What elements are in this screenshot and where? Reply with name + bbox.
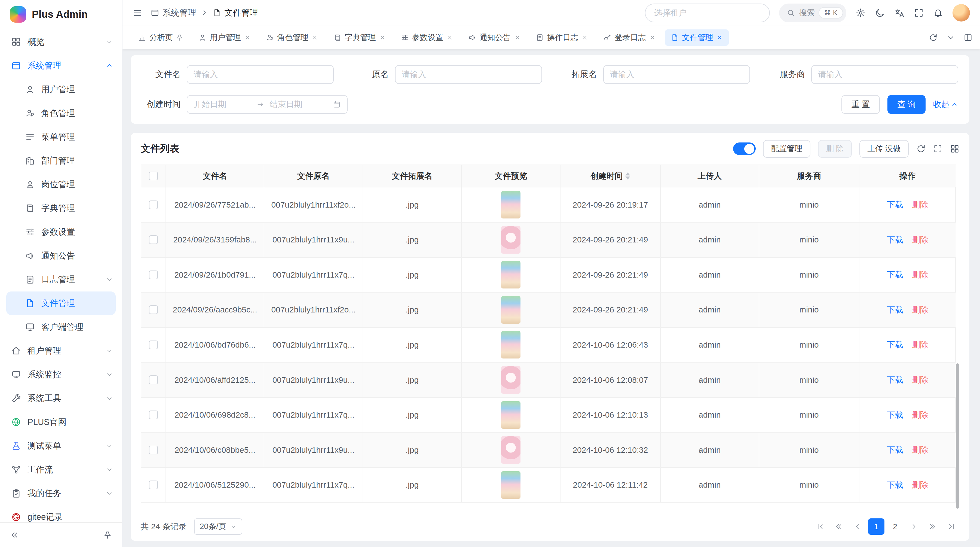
delete-link[interactable]: 删除: [912, 410, 928, 421]
collapse-filter-link[interactable]: 收起: [933, 99, 958, 110]
close-tab-icon[interactable]: [447, 34, 453, 41]
column-header-3[interactable]: 文件预览: [462, 165, 560, 188]
config-toggle[interactable]: [733, 142, 756, 155]
next-page-button[interactable]: [906, 518, 922, 535]
sidebar-item-logs[interactable]: 日志管理: [0, 268, 122, 292]
sort-desc-icon[interactable]: [625, 177, 630, 180]
reset-button[interactable]: 重 置: [842, 95, 880, 114]
file-preview-image[interactable]: [501, 226, 520, 254]
menu-toggle-icon[interactable]: [132, 8, 143, 18]
dark-mode-moon-icon[interactable]: [875, 8, 885, 18]
delete-link[interactable]: 删除: [912, 480, 928, 491]
sidebar-item-system[interactable]: 系统管理: [0, 54, 122, 77]
delete-button[interactable]: 删 除: [818, 140, 852, 158]
column-settings-icon[interactable]: [950, 144, 959, 153]
refresh-icon[interactable]: [916, 144, 926, 153]
tab-op-log[interactable]: 操作日志: [530, 29, 594, 46]
page-button-1[interactable]: 1: [868, 518, 885, 535]
row-checkbox[interactable]: [149, 446, 158, 455]
config-manage-button[interactable]: 配置管理: [763, 140, 810, 158]
ext-name-input[interactable]: [603, 65, 750, 84]
delete-link[interactable]: 删除: [912, 304, 928, 316]
column-header-7[interactable]: 操作: [859, 165, 956, 188]
table-fullscreen-icon[interactable]: [933, 144, 942, 153]
global-search[interactable]: 搜索 ⌘ K: [779, 3, 846, 22]
row-checkbox[interactable]: [149, 480, 158, 489]
delete-link[interactable]: 删除: [912, 339, 928, 350]
column-header-5[interactable]: 上传人: [661, 165, 759, 188]
breadcrumb-item-system[interactable]: 系统管理: [151, 7, 196, 19]
close-tab-icon[interactable]: [716, 34, 723, 41]
file-preview-image[interactable]: [501, 331, 520, 359]
tenant-select-input[interactable]: [645, 3, 770, 22]
file-preview-image[interactable]: [501, 471, 520, 499]
tab-roles[interactable]: 角色管理: [260, 29, 324, 46]
prev-pages-button[interactable]: [831, 518, 847, 535]
sidebar-item-notices[interactable]: 通知公告: [0, 244, 122, 268]
download-link[interactable]: 下载: [887, 234, 903, 246]
sidebar-item-test-menu[interactable]: 测试菜单: [0, 434, 122, 458]
user-avatar[interactable]: [953, 4, 970, 22]
sidebar-item-users[interactable]: 用户管理: [0, 78, 122, 101]
row-checkbox[interactable]: [149, 201, 158, 209]
close-tab-icon[interactable]: [312, 34, 318, 41]
download-link[interactable]: 下载: [887, 199, 903, 210]
file-preview-image[interactable]: [501, 296, 520, 324]
delete-link[interactable]: 删除: [912, 269, 928, 280]
download-link[interactable]: 下载: [887, 269, 903, 280]
chevron-down-icon[interactable]: [946, 33, 955, 42]
close-tab-icon[interactable]: [649, 34, 656, 41]
origin-name-input[interactable]: [395, 65, 542, 84]
notification-bell-icon[interactable]: [933, 8, 943, 18]
tab-notices[interactable]: 通知公告: [463, 29, 527, 46]
pin-sidebar-icon[interactable]: [103, 531, 112, 539]
download-link[interactable]: 下载: [887, 444, 903, 456]
file-preview-image[interactable]: [501, 401, 520, 429]
refresh-icon[interactable]: [929, 33, 937, 42]
sidebar-item-tenants[interactable]: 租户管理: [0, 339, 122, 363]
sidebar-item-clients[interactable]: 客户端管理: [0, 315, 122, 339]
provider-input[interactable]: [811, 65, 958, 84]
sidebar-item-tools[interactable]: 系统工具: [0, 386, 122, 410]
sidebar-item-my-tasks[interactable]: 我的任务: [0, 482, 122, 506]
delete-link[interactable]: 删除: [912, 199, 928, 210]
sidebar-item-posts[interactable]: 岗位管理: [0, 173, 122, 196]
sidebar-item-depts[interactable]: 部门管理: [0, 149, 122, 172]
sidebar-item-plus-site[interactable]: PLUS官网: [0, 410, 122, 434]
app-logo[interactable]: Plus Admin: [0, 0, 122, 29]
translate-icon[interactable]: [894, 8, 905, 18]
pin-icon[interactable]: [176, 34, 183, 41]
close-tab-icon[interactable]: [379, 34, 386, 41]
row-checkbox[interactable]: [149, 305, 158, 314]
tab-login-log[interactable]: 登录日志: [598, 29, 661, 46]
prev-page-button[interactable]: [850, 518, 865, 535]
file-preview-image[interactable]: [501, 366, 520, 394]
row-checkbox[interactable]: [149, 410, 158, 419]
download-link[interactable]: 下载: [887, 374, 903, 386]
row-checkbox[interactable]: [149, 235, 158, 244]
tab-users[interactable]: 用户管理: [193, 29, 256, 46]
sidebar-item-monitor[interactable]: 系统监控: [0, 363, 122, 386]
sort-asc-icon[interactable]: [625, 172, 630, 175]
download-link[interactable]: 下载: [887, 304, 903, 316]
column-header-6[interactable]: 服务商: [759, 165, 859, 188]
file-preview-image[interactable]: [501, 261, 520, 289]
sidebar-item-menus[interactable]: 菜单管理: [0, 125, 122, 149]
sidebar-item-workflow[interactable]: 工作流: [0, 458, 122, 482]
file-preview-image[interactable]: [501, 436, 520, 464]
column-header-0[interactable]: 文件名: [166, 165, 264, 188]
tab-analysis[interactable]: 分析页: [132, 29, 189, 46]
sidebar-item-dicts[interactable]: 字典管理: [0, 196, 122, 220]
tab-params[interactable]: 参数设置: [395, 29, 459, 46]
close-tab-icon[interactable]: [581, 34, 588, 41]
collapse-sidebar-icon[interactable]: [10, 531, 19, 539]
row-checkbox[interactable]: [149, 375, 158, 384]
next-pages-button[interactable]: [924, 518, 941, 535]
close-tab-icon[interactable]: [244, 34, 251, 41]
fullscreen-icon[interactable]: [914, 8, 924, 18]
file-name-input[interactable]: [187, 65, 334, 84]
sidebar-item-params[interactable]: 参数设置: [0, 220, 122, 244]
sidebar-item-files[interactable]: 文件管理: [6, 292, 116, 315]
sort-icons[interactable]: [625, 172, 630, 180]
page-size-select[interactable]: 20条/页: [194, 518, 242, 535]
